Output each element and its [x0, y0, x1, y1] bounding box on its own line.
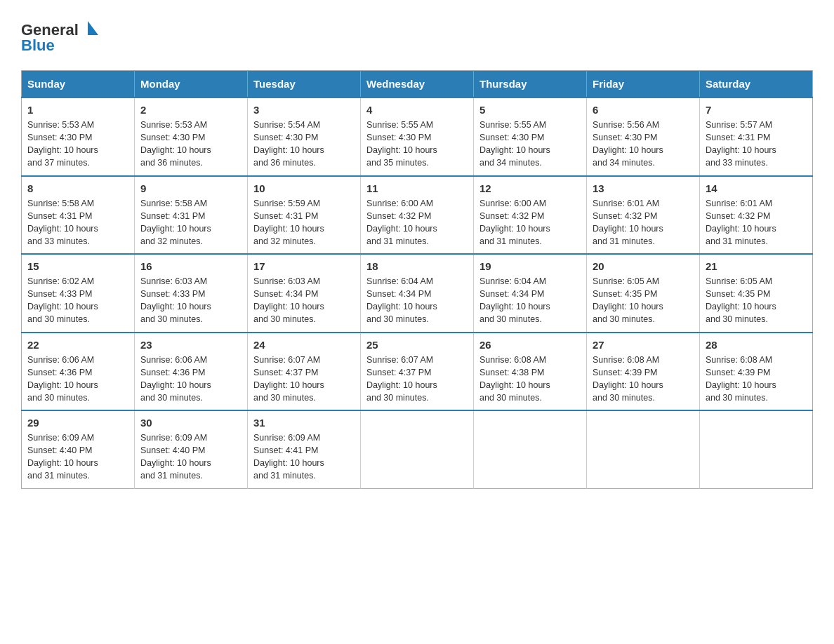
day-number: 9 — [140, 182, 241, 194]
day-number: 17 — [253, 260, 355, 272]
day-cell: 27 Sunrise: 6:08 AM Sunset: 4:39 PM Dayl… — [587, 333, 700, 411]
day-cell — [361, 410, 474, 488]
day-number: 22 — [27, 339, 128, 351]
day-cell: 6 Sunrise: 5:56 AM Sunset: 4:30 PM Dayli… — [587, 98, 700, 176]
day-number: 13 — [593, 182, 694, 194]
day-cell: 29 Sunrise: 6:09 AM Sunset: 4:40 PM Dayl… — [22, 410, 135, 488]
week-row-3: 15 Sunrise: 6:02 AM Sunset: 4:33 PM Dayl… — [22, 254, 813, 333]
day-info: Sunrise: 6:07 AM Sunset: 4:37 PM Dayligh… — [253, 354, 355, 405]
day-info: Sunrise: 5:58 AM Sunset: 4:31 PM Dayligh… — [140, 197, 241, 248]
day-info: Sunrise: 6:06 AM Sunset: 4:36 PM Dayligh… — [27, 354, 128, 405]
day-info: Sunrise: 5:55 AM Sunset: 4:30 PM Dayligh… — [479, 119, 581, 170]
day-header-monday: Monday — [135, 71, 248, 98]
day-info: Sunrise: 5:53 AM Sunset: 4:30 PM Dayligh… — [27, 119, 128, 170]
day-info: Sunrise: 5:59 AM Sunset: 4:31 PM Dayligh… — [253, 197, 355, 248]
day-number: 23 — [140, 339, 241, 351]
day-cell — [474, 410, 587, 488]
day-cell: 9 Sunrise: 5:58 AM Sunset: 4:31 PM Dayli… — [135, 176, 248, 255]
svg-marker-1 — [88, 21, 98, 35]
day-info: Sunrise: 6:08 AM Sunset: 4:39 PM Dayligh… — [593, 354, 694, 405]
day-info: Sunrise: 6:09 AM Sunset: 4:41 PM Dayligh… — [253, 431, 355, 483]
day-number: 1 — [27, 104, 128, 116]
day-number: 31 — [253, 417, 355, 429]
day-info: Sunrise: 6:03 AM Sunset: 4:33 PM Dayligh… — [140, 275, 241, 326]
day-info: Sunrise: 6:05 AM Sunset: 4:35 PM Dayligh… — [593, 275, 694, 326]
day-cell: 4 Sunrise: 5:55 AM Sunset: 4:30 PM Dayli… — [361, 98, 474, 176]
day-header-sunday: Sunday — [22, 71, 135, 98]
day-number: 15 — [27, 260, 128, 272]
day-info: Sunrise: 5:58 AM Sunset: 4:31 PM Dayligh… — [27, 197, 128, 248]
day-cell: 24 Sunrise: 6:07 AM Sunset: 4:37 PM Dayl… — [248, 333, 361, 411]
day-number: 28 — [706, 339, 807, 351]
day-number: 8 — [27, 182, 128, 194]
day-cell: 25 Sunrise: 6:07 AM Sunset: 4:37 PM Dayl… — [361, 333, 474, 411]
days-of-week-row: SundayMondayTuesdayWednesdayThursdayFrid… — [22, 71, 813, 98]
day-info: Sunrise: 5:55 AM Sunset: 4:30 PM Dayligh… — [366, 119, 468, 170]
day-cell: 23 Sunrise: 6:06 AM Sunset: 4:36 PM Dayl… — [135, 333, 248, 411]
day-cell: 20 Sunrise: 6:05 AM Sunset: 4:35 PM Dayl… — [587, 254, 700, 333]
day-number: 11 — [366, 182, 468, 194]
week-row-4: 22 Sunrise: 6:06 AM Sunset: 4:36 PM Dayl… — [22, 333, 813, 411]
day-number: 4 — [366, 104, 468, 116]
day-info: Sunrise: 6:08 AM Sunset: 4:39 PM Dayligh… — [706, 354, 807, 405]
day-cell: 19 Sunrise: 6:04 AM Sunset: 4:34 PM Dayl… — [474, 254, 587, 333]
logo-svg: General Blue — [21, 14, 105, 56]
day-header-friday: Friday — [587, 71, 700, 98]
day-cell: 14 Sunrise: 6:01 AM Sunset: 4:32 PM Dayl… — [700, 176, 813, 255]
svg-text:Blue: Blue — [21, 36, 55, 54]
day-info: Sunrise: 6:05 AM Sunset: 4:35 PM Dayligh… — [706, 275, 807, 326]
day-header-tuesday: Tuesday — [248, 71, 361, 98]
day-number: 27 — [593, 339, 694, 351]
day-cell: 5 Sunrise: 5:55 AM Sunset: 4:30 PM Dayli… — [474, 98, 587, 176]
day-info: Sunrise: 6:00 AM Sunset: 4:32 PM Dayligh… — [479, 197, 581, 248]
day-number: 30 — [140, 417, 241, 429]
day-cell: 1 Sunrise: 5:53 AM Sunset: 4:30 PM Dayli… — [22, 98, 135, 176]
day-number: 12 — [479, 182, 581, 194]
day-info: Sunrise: 5:54 AM Sunset: 4:30 PM Dayligh… — [253, 119, 355, 170]
day-cell: 11 Sunrise: 6:00 AM Sunset: 4:32 PM Dayl… — [361, 176, 474, 255]
day-info: Sunrise: 6:03 AM Sunset: 4:34 PM Dayligh… — [253, 275, 355, 326]
logo: General Blue — [21, 14, 105, 56]
week-row-2: 8 Sunrise: 5:58 AM Sunset: 4:31 PM Dayli… — [22, 176, 813, 255]
day-number: 3 — [253, 104, 355, 116]
day-cell: 18 Sunrise: 6:04 AM Sunset: 4:34 PM Dayl… — [361, 254, 474, 333]
day-cell: 28 Sunrise: 6:08 AM Sunset: 4:39 PM Dayl… — [700, 333, 813, 411]
day-number: 21 — [706, 260, 807, 272]
day-info: Sunrise: 5:56 AM Sunset: 4:30 PM Dayligh… — [593, 119, 694, 170]
day-cell: 22 Sunrise: 6:06 AM Sunset: 4:36 PM Dayl… — [22, 333, 135, 411]
day-number: 10 — [253, 182, 355, 194]
day-cell: 8 Sunrise: 5:58 AM Sunset: 4:31 PM Dayli… — [22, 176, 135, 255]
day-number: 24 — [253, 339, 355, 351]
day-info: Sunrise: 6:04 AM Sunset: 4:34 PM Dayligh… — [479, 275, 581, 326]
day-number: 7 — [706, 104, 807, 116]
day-cell: 7 Sunrise: 5:57 AM Sunset: 4:31 PM Dayli… — [700, 98, 813, 176]
day-cell: 12 Sunrise: 6:00 AM Sunset: 4:32 PM Dayl… — [474, 176, 587, 255]
day-cell: 2 Sunrise: 5:53 AM Sunset: 4:30 PM Dayli… — [135, 98, 248, 176]
day-info: Sunrise: 5:53 AM Sunset: 4:30 PM Dayligh… — [140, 119, 241, 170]
day-cell: 21 Sunrise: 6:05 AM Sunset: 4:35 PM Dayl… — [700, 254, 813, 333]
day-header-thursday: Thursday — [474, 71, 587, 98]
day-number: 5 — [479, 104, 581, 116]
day-cell — [587, 410, 700, 488]
day-info: Sunrise: 6:01 AM Sunset: 4:32 PM Dayligh… — [593, 197, 694, 248]
day-number: 19 — [479, 260, 581, 272]
day-info: Sunrise: 6:09 AM Sunset: 4:40 PM Dayligh… — [27, 431, 128, 483]
week-row-5: 29 Sunrise: 6:09 AM Sunset: 4:40 PM Dayl… — [22, 410, 813, 488]
day-info: Sunrise: 6:04 AM Sunset: 4:34 PM Dayligh… — [366, 275, 468, 326]
day-number: 14 — [706, 182, 807, 194]
day-cell: 31 Sunrise: 6:09 AM Sunset: 4:41 PM Dayl… — [248, 410, 361, 488]
week-row-1: 1 Sunrise: 5:53 AM Sunset: 4:30 PM Dayli… — [22, 98, 813, 176]
day-cell: 17 Sunrise: 6:03 AM Sunset: 4:34 PM Dayl… — [248, 254, 361, 333]
day-number: 20 — [593, 260, 694, 272]
day-number: 18 — [366, 260, 468, 272]
day-number: 6 — [593, 104, 694, 116]
calendar-header: SundayMondayTuesdayWednesdayThursdayFrid… — [22, 71, 813, 98]
calendar-body: 1 Sunrise: 5:53 AM Sunset: 4:30 PM Dayli… — [22, 98, 813, 488]
day-cell: 13 Sunrise: 6:01 AM Sunset: 4:32 PM Dayl… — [587, 176, 700, 255]
day-cell: 10 Sunrise: 5:59 AM Sunset: 4:31 PM Dayl… — [248, 176, 361, 255]
day-info: Sunrise: 6:07 AM Sunset: 4:37 PM Dayligh… — [366, 354, 468, 405]
page-header: General Blue — [21, 14, 813, 56]
day-info: Sunrise: 6:08 AM Sunset: 4:38 PM Dayligh… — [479, 354, 581, 405]
day-number: 16 — [140, 260, 241, 272]
day-cell: 15 Sunrise: 6:02 AM Sunset: 4:33 PM Dayl… — [22, 254, 135, 333]
